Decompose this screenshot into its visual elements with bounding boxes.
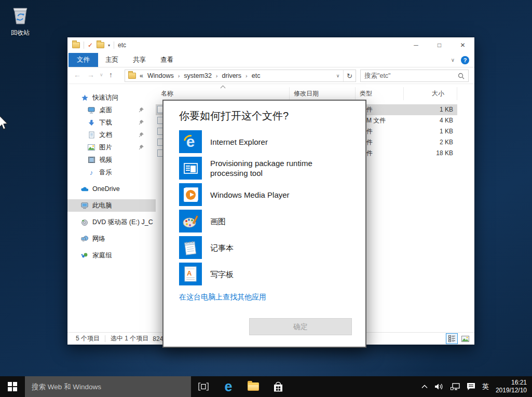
back-button[interactable]: ←: [74, 71, 81, 79]
address-folder-icon: [128, 73, 136, 79]
sidebar-item-desktop[interactable]: 桌面: [67, 104, 156, 116]
windows-media-player-icon: [179, 183, 202, 206]
app-option-notepad[interactable]: 记事本: [179, 236, 365, 259]
tab-home[interactable]: 主页: [98, 53, 126, 67]
system-tray: 英 16:21 2019/12/10: [421, 376, 532, 397]
downloads-icon: [88, 119, 95, 126]
sidebar-item-music[interactable]: ♪ 音乐: [67, 166, 156, 179]
edge-icon: e: [224, 380, 232, 394]
start-button[interactable]: [0, 376, 25, 397]
sidebar-item-homegroup[interactable]: 家庭组: [67, 249, 156, 262]
title-bar: ✓ ▾ etc ─ □ ✕: [67, 37, 474, 53]
taskbar-search-box[interactable]: [25, 376, 191, 397]
breadcrumb: « Windows › system32 › drivers › etc: [140, 72, 260, 79]
sidebar-item-this-pc[interactable]: 此电脑: [67, 199, 156, 212]
breadcrumb-system32[interactable]: system32: [184, 72, 212, 79]
navigation-bar: ← → ∨ ↑ « Windows › system32 › drivers ›…: [67, 67, 474, 84]
thumbnails-view-button[interactable]: [459, 333, 471, 344]
sidebar-item-onedrive[interactable]: OneDrive: [67, 183, 156, 195]
documents-icon: [88, 131, 95, 139]
network-icon: [81, 235, 88, 242]
window-folder-icon: [72, 42, 80, 48]
sidebar-item-quick-access[interactable]: 快速访问: [67, 91, 156, 104]
pin-icon: [139, 107, 144, 114]
tab-view[interactable]: 查看: [153, 53, 181, 67]
maximize-button[interactable]: □: [428, 37, 451, 53]
recycle-bin-shortcut[interactable]: 回收站: [5, 4, 35, 37]
tray-date: 2019/12/10: [496, 387, 527, 394]
tab-file[interactable]: 文件: [69, 53, 98, 67]
properties-check-icon[interactable]: ✓: [88, 42, 93, 49]
address-bar[interactable]: « Windows › system32 › drivers › etc ∨ ↻: [125, 70, 356, 82]
sidebar-item-videos[interactable]: 视频: [67, 154, 156, 166]
pin-icon: [139, 119, 144, 127]
app-option-internet-explorer[interactable]: e Internet Explorer: [179, 130, 365, 153]
customize-toolbar-chevron-icon[interactable]: ▾: [108, 43, 110, 48]
help-icon[interactable]: ?: [461, 56, 469, 64]
search-box: [360, 70, 469, 82]
new-folder-icon[interactable]: [97, 42, 104, 48]
file-explorer-button[interactable]: [241, 376, 266, 397]
sidebar-item-pictures[interactable]: 图片: [67, 141, 156, 154]
quick-access-star-icon: [81, 94, 88, 101]
close-button[interactable]: ✕: [451, 37, 474, 53]
volume-icon[interactable]: [434, 383, 444, 390]
dvd-drive-icon: [81, 218, 88, 226]
wordpad-icon: A: [179, 263, 202, 285]
store-button[interactable]: [266, 376, 291, 397]
ok-button[interactable]: 确定: [249, 318, 352, 335]
address-dropdown-chevron-icon[interactable]: ∨: [333, 73, 343, 78]
sidebar-item-dvd-drive[interactable]: DVD 驱动器 (E:) J_C: [67, 216, 156, 228]
breadcrumb-etc[interactable]: etc: [252, 72, 261, 79]
breadcrumb-drivers[interactable]: drivers: [222, 72, 242, 79]
clock[interactable]: 16:21 2019/12/10: [496, 379, 527, 394]
input-language-indicator[interactable]: 英: [482, 382, 489, 391]
taskbar: e 英 16:21 2019/12/10: [0, 376, 532, 397]
expand-ribbon-chevron-icon[interactable]: ∨: [451, 57, 455, 63]
breadcrumb-overflow[interactable]: «: [140, 72, 143, 79]
task-view-button[interactable]: [191, 376, 216, 397]
dialog-title: 你要如何打开这个文件?: [179, 109, 365, 123]
edge-button[interactable]: e: [216, 376, 241, 397]
app-option-provisioning-tool[interactable]: Provisioning package runtime processing …: [179, 157, 365, 180]
up-button[interactable]: ↑: [109, 71, 113, 79]
pictures-icon: [88, 144, 95, 151]
provisioning-package-icon: [179, 157, 202, 180]
navigation-pane: 快速访问 桌面 下载: [67, 85, 156, 332]
app-option-paint[interactable]: 画图: [179, 210, 365, 232]
app-option-wordpad[interactable]: A 写字板: [179, 263, 365, 285]
videos-icon: [88, 156, 95, 163]
internet-explorer-icon: e: [179, 130, 202, 153]
app-option-windows-media-player[interactable]: Windows Media Player: [179, 183, 365, 206]
tab-share[interactable]: 共享: [126, 53, 153, 67]
sidebar-item-downloads[interactable]: 下载: [67, 116, 156, 129]
network-icon[interactable]: [451, 383, 460, 390]
breadcrumb-separator-icon: ›: [178, 73, 180, 79]
refresh-icon[interactable]: ↻: [343, 70, 356, 81]
details-view-button[interactable]: [446, 333, 458, 344]
recycle-bin-icon: [10, 19, 31, 28]
hidden-icons-chevron-icon[interactable]: [421, 385, 428, 389]
paint-icon: [179, 210, 202, 232]
search-icon[interactable]: [458, 73, 465, 79]
taskbar-search-input[interactable]: [32, 383, 191, 391]
column-header-date-modified[interactable]: 修改日期: [290, 87, 356, 100]
column-header-type[interactable]: 类型: [356, 87, 404, 100]
sidebar-item-network[interactable]: 网络: [67, 232, 156, 245]
column-headers: 名称 修改日期 类型 大小: [156, 87, 474, 100]
sidebar-item-documents[interactable]: 文档: [67, 129, 156, 141]
forward-button[interactable]: →: [87, 71, 94, 79]
notifications-icon[interactable]: [467, 382, 475, 391]
items-count: 5 个项目: [76, 334, 100, 343]
find-more-apps-link[interactable]: 在这台电脑上查找其他应用: [179, 293, 266, 302]
recent-locations-chevron-icon[interactable]: ∨: [100, 72, 103, 77]
column-header-name[interactable]: 名称: [156, 87, 290, 100]
minimize-button[interactable]: ─: [404, 37, 428, 53]
task-view-icon: [198, 382, 209, 391]
search-input[interactable]: [364, 72, 458, 79]
breadcrumb-windows[interactable]: Windows: [147, 72, 174, 79]
status-divider: [105, 335, 105, 342]
desktop-icon: [88, 106, 95, 114]
selection-count: 选中 1 个项目: [111, 334, 148, 343]
column-header-size[interactable]: 大小: [404, 87, 457, 100]
